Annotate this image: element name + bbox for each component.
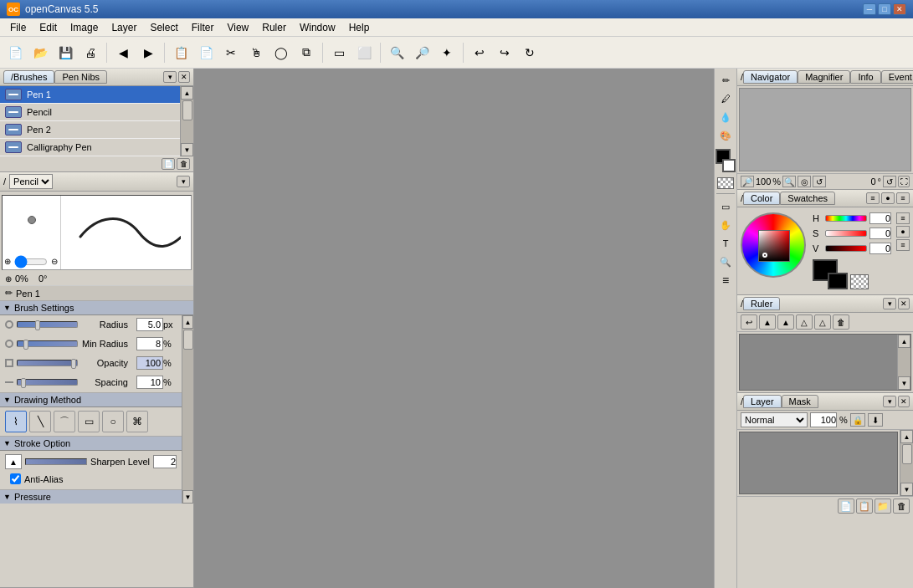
ruler-btn-tri-outline[interactable]: △ [814,314,831,330]
opacity-slider[interactable] [17,360,78,366]
pattern-box[interactable] [717,177,734,189]
nav-zoom-reset[interactable]: ↺ [813,176,826,187]
menu-filter[interactable]: Filter [185,20,221,35]
menu-file[interactable]: File [3,20,33,35]
draw-method-poly[interactable]: ⌘ [126,411,148,432]
v-value[interactable] [869,243,891,254]
settings-scrollbar[interactable]: ▲ ▼ [182,315,193,504]
color-panel-circles[interactable]: ● [881,192,895,204]
brush-new-btn[interactable]: 📄 [162,158,175,170]
toolbar-copy[interactable]: 📋 [169,41,192,64]
rtool-text[interactable]: T [717,235,734,252]
color-square[interactable] [758,230,790,262]
s-slider[interactable] [825,230,867,237]
toolbar-ellip-sel[interactable]: ⬜ [352,41,376,64]
menu-ruler[interactable]: Ruler [255,20,293,35]
tab-pen-nibs[interactable]: Pen Nibs [54,70,107,84]
menu-layer[interactable]: Layer [105,20,143,35]
rtool-move[interactable]: ✋ [717,217,734,233]
ruler-scrollbar[interactable]: ▲ ▼ [897,335,910,390]
ruler-btn-delete[interactable]: 🗑 [833,314,849,330]
brush-item-pen2[interactable]: Pen 2 [0,121,180,139]
bg-swatch[interactable] [828,273,848,289]
color-panel-extra[interactable]: ≡ [896,192,910,204]
canvas-area[interactable] [194,69,714,588]
settings-scroll-thumb[interactable] [183,330,193,350]
layer-copy-btn[interactable]: 📋 [856,499,873,514]
size-slider[interactable] [14,258,48,265]
draw-method-freehand[interactable]: ⌇ [5,411,27,432]
rtool-hatch[interactable]: ≡ [717,272,734,289]
maximize-button[interactable]: □ [878,3,891,15]
menu-help[interactable]: Help [342,20,377,35]
nav-zoom-fit[interactable]: ◎ [798,176,811,187]
s-value[interactable] [869,228,891,239]
layer-merge-btn[interactable]: ⬇ [868,413,883,427]
layer-close[interactable]: ✕ [898,396,910,407]
brush-item-pencil[interactable]: Pencil [0,104,180,121]
brush-settings-header[interactable]: ▼ Brush Settings [0,301,193,315]
menu-edit[interactable]: Edit [33,20,64,35]
min-radius-slider[interactable] [17,340,78,347]
bg-color-box[interactable] [722,159,736,172]
ruler-btn-tri-dark[interactable]: ▲ [777,314,794,330]
draw-method-line[interactable]: ╲ [29,411,51,432]
scroll-up-btn[interactable]: ▲ [181,86,193,100]
toolbar-save[interactable]: 💾 [54,41,77,64]
toolbar-next[interactable]: ▶ [136,41,160,64]
anti-alias-checkbox[interactable] [10,473,21,484]
settings-scroll-up[interactable]: ▲ [182,315,193,329]
tab-brushes[interactable]: / Brushes [3,70,54,84]
ruler-close[interactable]: ✕ [898,298,910,309]
layer-delete-btn[interactable]: 🗑 [893,499,910,514]
layer-opacity-input[interactable] [810,412,837,427]
brush-item-calligraphy[interactable]: Calligraphy Pen [0,139,180,156]
toolbar-fit[interactable]: ✦ [435,41,459,64]
radius-slider[interactable] [17,321,78,328]
brush-list-scrollbar[interactable]: ▲ ▼ [180,86,193,156]
ruler-menu[interactable]: ▾ [883,298,896,309]
nav-zoom-in-btn[interactable]: 🔍 [782,176,796,187]
spacing-slider[interactable] [17,379,78,386]
min-radius-input[interactable] [136,337,163,350]
layer-lock-btn[interactable]: 🔒 [850,413,865,427]
v-slider[interactable] [825,245,867,252]
rtool-pen[interactable]: ✏ [717,72,734,89]
h-slider[interactable] [825,215,867,222]
menu-image[interactable]: Image [64,20,105,35]
minimize-button[interactable]: ─ [863,3,876,15]
menu-select[interactable]: Select [143,20,184,35]
settings-scroll-down[interactable]: ▼ [182,490,193,504]
menu-window[interactable]: Window [293,20,342,35]
menu-view[interactable]: View [220,20,255,35]
rtool-zoom[interactable]: 🔍 [717,253,734,270]
toolbar-open[interactable]: 📂 [28,41,52,64]
tab-event[interactable]: Event [881,70,913,84]
color-btn-1[interactable]: ≡ [896,212,910,224]
ruler-btn-undo[interactable]: ↩ [741,314,757,330]
brush-panel-close[interactable]: ✕ [178,71,190,83]
draw-method-curve[interactable]: ⌒ [54,411,75,432]
layer-new-btn[interactable]: 📄 [838,499,854,514]
brush-item-pen1[interactable]: Pen 1 [0,86,180,104]
tab-swatches[interactable]: Swatches [780,192,835,205]
ruler-btn-up[interactable]: ▲ [759,314,776,330]
spacing-input[interactable] [136,376,163,389]
center-canvas[interactable] [194,69,714,588]
tab-navigator[interactable]: Navigator [743,70,798,84]
toolbar-rect-sel[interactable]: ▭ [327,41,351,64]
toolbar-undo[interactable]: ↩ [468,41,491,64]
pattern-swatch[interactable] [850,274,869,289]
layer-scrollbar[interactable]: ▲ ▼ [900,430,913,496]
toolbar-transform[interactable]: ⧉ [295,41,318,64]
toolbar-zoom-in[interactable]: 🔍 [385,41,408,64]
toolbar-sel-move[interactable]: 🖱 [244,41,268,64]
nav-zoom-out-btn[interactable]: 🔎 [741,176,754,187]
toolbar-print[interactable]: 🖨 [79,41,102,64]
nav-rotate-reset[interactable]: ↺ [883,176,896,187]
nav-fullscreen[interactable]: ⛶ [898,176,910,187]
toolbar-new[interactable]: 📄 [3,41,27,64]
opacity-input[interactable] [136,356,163,370]
draw-method-ellipse[interactable]: ○ [102,411,124,432]
tab-color[interactable]: Color [743,192,780,205]
